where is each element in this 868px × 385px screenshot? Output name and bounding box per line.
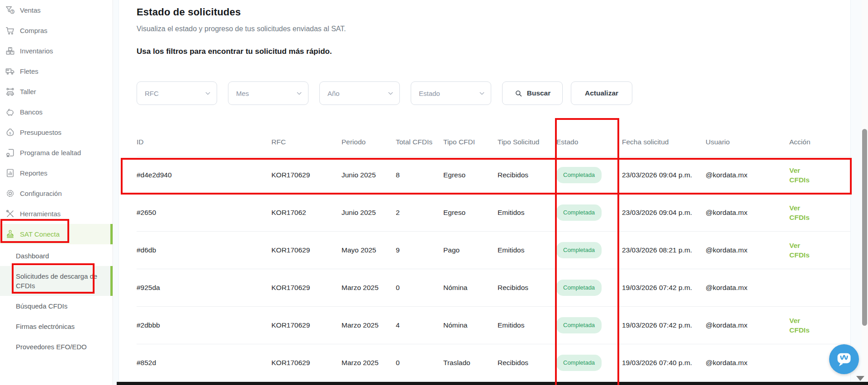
boxes-icon: [4, 46, 16, 57]
filter-select-value: Mes: [236, 90, 249, 97]
sidebar-item-label: Fletes: [20, 67, 38, 75]
piggy-bank-icon: [4, 107, 16, 118]
column-header-id: ID: [137, 128, 271, 156]
filter-select-estado[interactable]: Estado: [411, 81, 491, 105]
cell-rfc: KOR170629: [271, 344, 342, 381]
cell-tipo-solicitud: Recibidos: [498, 344, 556, 381]
stamp-icon: [4, 229, 16, 240]
scroll-down-arrow-icon[interactable]: [856, 376, 864, 381]
cell-estado: Completada: [556, 344, 622, 381]
chat-logo-icon: [835, 350, 853, 368]
scrollbar-thumb[interactable]: [862, 129, 867, 326]
sidebar-item-label: Reportes: [20, 169, 47, 177]
sidebar-item-label: Inventarios: [20, 47, 53, 55]
sidebar-item-programa-de-lealtad[interactable]: Programa de lealtad: [0, 143, 113, 163]
sidebar-subitem-firmas-electr-nicas[interactable]: Firmas electrónicas: [0, 316, 113, 337]
cell-tipo-cfdi: Pago: [443, 232, 498, 269]
ver-cfdis-link[interactable]: Ver CFDIs: [789, 166, 813, 185]
cell-periodo: Junio 2025: [342, 157, 396, 194]
filter-select-rfc[interactable]: RFC: [137, 81, 217, 105]
chevron-down-icon: [204, 90, 212, 99]
cell-tipo-solicitud: Emitidos: [498, 232, 556, 269]
vertical-scrollbar[interactable]: [862, 0, 868, 385]
cell-usuario: @kordata.mx: [706, 307, 789, 344]
page-subtitle: Visualiza el estado y progreso de tus so…: [137, 25, 850, 33]
svg-text:$: $: [9, 131, 11, 135]
cell-total: 4: [396, 307, 443, 344]
sidebar-subitem-solicitudes-de-descarga-de-cfdis[interactable]: Solicitudes de descarga de CFDIs: [0, 266, 113, 296]
ver-cfdis-link[interactable]: Ver CFDIs: [789, 316, 813, 335]
table-row: #925daKOR170629Marzo 20250NóminaRecibido…: [137, 269, 850, 306]
sidebar-item-presupuestos[interactable]: $Presupuestos: [0, 122, 113, 143]
column-header-acci-n: Acción: [789, 128, 850, 156]
cell-id: #2dbbb: [137, 307, 271, 344]
filters-hint: Usa los filtros para encontrar tu solici…: [137, 47, 850, 56]
cell-tipo-solicitud: Emitidos: [498, 194, 556, 231]
column-header-fecha-solicitud: Fecha solicitud: [622, 128, 706, 156]
sidebar-subitem-b-squeda-cfdis[interactable]: Búsqueda CFDIs: [0, 296, 113, 316]
column-header-tipo-cfdi: Tipo CFDI: [443, 128, 498, 156]
cell-estado: Completada: [556, 307, 622, 344]
cell-estado: Completada: [556, 194, 622, 231]
sidebar-item-bancos[interactable]: Bancos: [0, 102, 113, 122]
report-icon: [4, 168, 16, 179]
sidebar-item-taller[interactable]: Taller: [0, 81, 113, 102]
cell-usuario: @kordata.mx: [706, 232, 789, 269]
sidebar-nav: $VentasComprasInventariosFletesTallerBan…: [0, 0, 113, 244]
cell-id: #d4e2d940: [137, 157, 271, 194]
sidebar-subitem-dashboard[interactable]: Dashboard: [0, 246, 113, 266]
cell-tipo-cfdi: Traslado: [443, 344, 498, 381]
cell-id: #925da: [137, 269, 271, 306]
cell-total: 0: [396, 344, 443, 381]
sidebar-item-label: Compras: [20, 27, 47, 34]
cell-periodo: Marzo 2025: [342, 307, 396, 344]
cell-usuario: @kordata.mx: [706, 194, 789, 231]
app-root: $VentasComprasInventariosFletesTallerBan…: [0, 0, 868, 385]
money-bag-icon: $: [4, 127, 16, 138]
sidebar-item-compras[interactable]: Compras: [0, 20, 113, 41]
sidebar-subitem-proveedores-efo-edo[interactable]: Proveedores EFO/EDO: [0, 337, 113, 357]
ver-cfdis-link[interactable]: Ver CFDIs: [789, 203, 813, 222]
cell-fecha: 19/03/2026 07:40 p.m.: [622, 344, 706, 381]
ver-cfdis-link[interactable]: Ver CFDIs: [789, 241, 813, 260]
car-wrench-icon: [4, 86, 16, 97]
truck-icon: [4, 66, 16, 77]
tools-icon: [4, 209, 16, 219]
sidebar-item-label: SAT Conecta: [20, 230, 60, 238]
cell-accion: Ver CFDIs: [789, 157, 850, 194]
sidebar-item-inventarios[interactable]: Inventarios: [0, 41, 113, 61]
filter-select-mes[interactable]: Mes: [228, 81, 308, 105]
cell-tipo-cfdi: Nómina: [443, 269, 498, 306]
cell-rfc: KOR170629: [271, 232, 342, 269]
sidebar-item-label: Herramientas: [20, 210, 61, 218]
cell-accion: Ver CFDIs: [789, 194, 850, 231]
funnel-dollar-icon: $: [4, 5, 16, 16]
left-gutter: [114, 0, 119, 385]
sidebar-item-herramientas[interactable]: Herramientas: [0, 204, 113, 224]
cell-usuario: @kordata.mx: [706, 157, 789, 194]
bottom-edge-strip: [117, 382, 868, 385]
cell-periodo: Junio 2025: [342, 194, 396, 231]
cell-tipo-cfdi: Egreso: [443, 194, 498, 231]
refresh-button[interactable]: Actualizar: [571, 81, 632, 105]
sidebar-item-ventas[interactable]: $Ventas: [0, 0, 113, 20]
sidebar-item-reportes[interactable]: Reportes: [0, 163, 113, 183]
loyalty-doc-icon: [4, 147, 16, 158]
table-row: #d4e2d940KOR170629Junio 20258EgresoRecib…: [137, 156, 850, 194]
status-badge: Completada: [556, 242, 602, 258]
cell-usuario: @kordata.mx: [706, 269, 789, 306]
filter-select-a-o[interactable]: Año: [319, 81, 400, 105]
cell-periodo: Marzo 2025: [342, 269, 396, 306]
sidebar-item-sat-conecta[interactable]: SAT Conecta: [0, 224, 113, 244]
sidebar-item-fletes[interactable]: Fletes: [0, 61, 113, 81]
cell-accion: Ver CFDIs: [789, 307, 850, 344]
refresh-button-label: Actualizar: [585, 89, 618, 97]
filter-select-value: Año: [327, 90, 340, 97]
sidebar-item-configuraci-n[interactable]: Configuración: [0, 183, 113, 204]
search-button[interactable]: Buscar: [502, 81, 563, 105]
column-header-periodo: Periodo: [342, 128, 396, 156]
chat-widget-button[interactable]: [829, 344, 859, 374]
cell-estado: Completada: [556, 269, 622, 306]
sidebar-item-label: Configuración: [20, 190, 62, 197]
search-button-label: Buscar: [527, 89, 551, 97]
